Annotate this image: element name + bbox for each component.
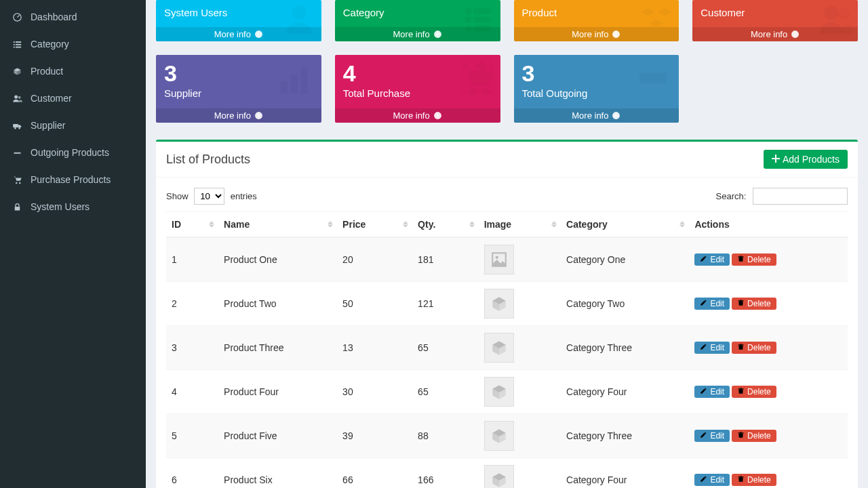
svg-point-34 bbox=[483, 88, 490, 95]
svg-point-8 bbox=[18, 96, 20, 98]
delete-button[interactable]: Delete bbox=[732, 298, 776, 310]
svg-rect-4 bbox=[16, 43, 21, 45]
delete-button[interactable]: Delete bbox=[732, 253, 776, 266]
stat-card-category: CategoryMore info bbox=[335, 0, 500, 41]
edit-button[interactable]: Edit bbox=[694, 298, 730, 310]
svg-point-16 bbox=[292, 5, 306, 20]
search-input[interactable] bbox=[753, 188, 848, 205]
stat-card-total-outgoing: 3Total OutgoingMore info bbox=[514, 55, 679, 123]
column-header-id[interactable]: ID bbox=[166, 212, 218, 238]
column-header-qty-[interactable]: Qty. bbox=[412, 212, 479, 238]
sidebar-item-category[interactable]: Category bbox=[0, 30, 146, 58]
table-row: 4Product Four3065Category Four Edit Dele… bbox=[166, 370, 848, 414]
sidebar-item-customer[interactable]: Customer bbox=[0, 85, 146, 112]
edit-icon bbox=[700, 343, 707, 352]
edit-button[interactable]: Edit bbox=[694, 430, 730, 442]
sidebar-item-label: Purchase Products bbox=[31, 174, 111, 185]
lock-icon bbox=[10, 202, 24, 212]
svg-point-10 bbox=[14, 127, 16, 129]
table-row: 5Product Five3988Category Three Edit Del… bbox=[166, 414, 848, 458]
cart-plus-icon bbox=[454, 58, 495, 100]
svg-point-14 bbox=[19, 182, 21, 184]
cell-qty: 181 bbox=[412, 237, 479, 282]
svg-rect-29 bbox=[280, 81, 287, 94]
svg-rect-5 bbox=[13, 46, 14, 47]
trash-icon bbox=[737, 431, 745, 441]
cell-id: 1 bbox=[166, 237, 218, 282]
cell-id: 2 bbox=[166, 282, 218, 326]
delete-button[interactable]: Delete bbox=[732, 474, 776, 486]
more-info-link[interactable]: More info bbox=[335, 108, 500, 123]
cell-image bbox=[479, 414, 561, 458]
plus-icon bbox=[772, 154, 780, 165]
sidebar-item-label: Dashboard bbox=[31, 12, 77, 22]
table-row: 2Product Two50121Category Two Edit Delet… bbox=[166, 282, 848, 326]
sidebar-item-purchase-products[interactable]: Purchase Products bbox=[0, 166, 146, 193]
column-header-name[interactable]: Name bbox=[218, 212, 337, 238]
edit-icon bbox=[700, 299, 707, 308]
sort-icon bbox=[679, 222, 685, 228]
svg-rect-45 bbox=[738, 476, 743, 477]
cell-qty: 65 bbox=[412, 370, 479, 414]
cell-price: 13 bbox=[337, 326, 412, 370]
cell-category: Category One bbox=[561, 237, 689, 282]
cubes-icon bbox=[639, 3, 673, 39]
column-header-image[interactable]: Image bbox=[479, 212, 561, 238]
svg-rect-40 bbox=[738, 256, 743, 257]
cell-actions: Edit Delete bbox=[689, 282, 848, 326]
delete-button[interactable]: Delete bbox=[732, 342, 776, 354]
table-row: 1Product One20181Category One Edit Delet… bbox=[166, 237, 848, 282]
cell-category: Category Four bbox=[561, 370, 689, 414]
delete-button[interactable]: Delete bbox=[732, 430, 776, 442]
truck-icon bbox=[10, 121, 24, 131]
add-products-button[interactable]: Add Products bbox=[764, 150, 848, 169]
length-control: Show 10 entries bbox=[166, 188, 257, 205]
users-icon bbox=[10, 94, 24, 104]
sidebar-item-system-users[interactable]: System Users bbox=[0, 193, 146, 220]
delete-button[interactable]: Delete bbox=[732, 386, 776, 398]
table-row: 6Product Six66166Category Four Edit Dele… bbox=[166, 458, 848, 489]
cell-actions: Edit Delete bbox=[689, 237, 848, 282]
sidebar-item-dashboard[interactable]: Dashboard bbox=[0, 3, 146, 30]
sidebar-item-product[interactable]: Product bbox=[0, 58, 146, 85]
edit-icon bbox=[700, 431, 707, 441]
column-header-category[interactable]: Category bbox=[561, 212, 689, 238]
arrow-circle-icon bbox=[433, 30, 442, 39]
more-info-link[interactable]: More info bbox=[156, 108, 321, 123]
sidebar-item-label: Outgoing Products bbox=[31, 147, 109, 158]
panel-title: List of Products bbox=[166, 152, 250, 167]
edit-button[interactable]: Edit bbox=[694, 386, 730, 398]
arrow-circle-icon bbox=[612, 111, 620, 120]
cell-price: 20 bbox=[337, 237, 412, 282]
cell-name: Product Six bbox=[218, 458, 337, 489]
column-header-price[interactable]: Price bbox=[337, 212, 412, 238]
column-header-actions[interactable]: Actions bbox=[689, 212, 848, 238]
product-thumbnail bbox=[484, 465, 514, 488]
svg-point-33 bbox=[469, 88, 476, 95]
edit-button[interactable]: Edit bbox=[694, 474, 730, 486]
trash-icon bbox=[737, 475, 745, 485]
arrow-circle-icon bbox=[254, 111, 263, 120]
sidebar-item-label: Product bbox=[31, 66, 63, 77]
stat-card-product: ProductMore info bbox=[514, 0, 679, 41]
add-products-label: Add Products bbox=[783, 154, 840, 165]
more-info-link[interactable]: More info bbox=[514, 108, 679, 123]
cell-actions: Edit Delete bbox=[689, 326, 848, 370]
edit-button[interactable]: Edit bbox=[694, 253, 730, 266]
length-select[interactable]: 10 bbox=[194, 188, 224, 205]
cell-name: Product Four bbox=[218, 370, 337, 414]
svg-rect-15 bbox=[14, 206, 20, 210]
products-table: IDNamePriceQty.ImageCategoryActions 1Pro… bbox=[166, 211, 848, 488]
cell-name: Product Five bbox=[218, 414, 337, 458]
sidebar-item-supplier[interactable]: Supplier bbox=[0, 112, 146, 139]
svg-rect-31 bbox=[300, 68, 307, 94]
svg-rect-9 bbox=[13, 124, 18, 127]
svg-rect-12 bbox=[14, 152, 20, 153]
arrow-circle-icon bbox=[254, 30, 263, 39]
sort-icon bbox=[209, 222, 214, 228]
edit-icon bbox=[700, 475, 707, 485]
sidebar-item-outgoing-products[interactable]: Outgoing Products bbox=[0, 139, 146, 166]
cell-actions: Edit Delete bbox=[689, 458, 848, 489]
trash-icon bbox=[737, 343, 745, 352]
edit-button[interactable]: Edit bbox=[694, 342, 730, 354]
